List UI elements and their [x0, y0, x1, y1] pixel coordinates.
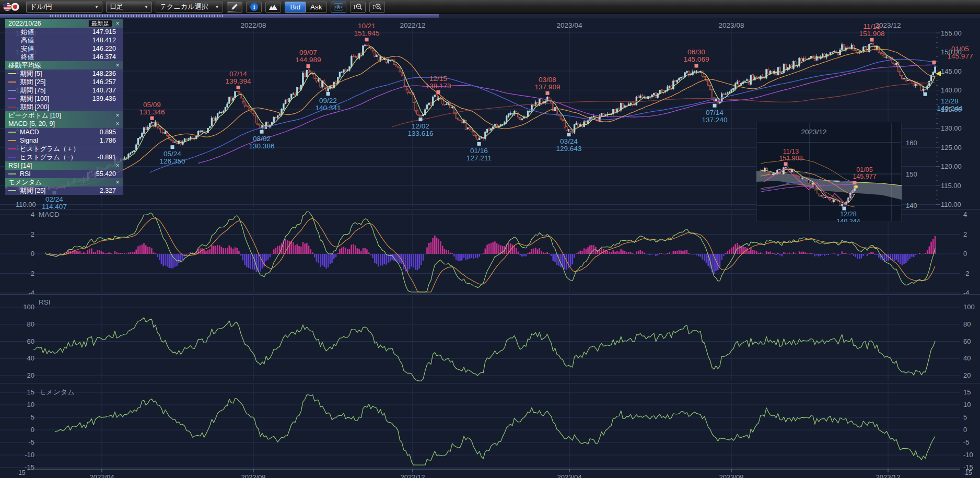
svg-text:150: 150: [906, 170, 917, 178]
inset-mini-chart[interactable]: 1601501402023/1211/13151.90801/05145.977…: [756, 122, 924, 222]
svg-text:15: 15: [27, 388, 34, 396]
series-color-swatch: [8, 98, 16, 99]
close-icon[interactable]: ×: [114, 20, 121, 27]
rsi-panel-canvas[interactable]: 1001008080606040402020RSI: [0, 294, 980, 383]
svg-text:140.244: 140.244: [937, 104, 963, 112]
close-icon[interactable]: ×: [114, 112, 121, 119]
indicator-row: 期間 [200]: [5, 103, 123, 111]
svg-text:100: 100: [23, 303, 34, 311]
svg-text:モメンタム: モメンタム: [39, 388, 75, 396]
bid-ask-toggle: Bid Ask: [285, 2, 327, 13]
svg-text:10: 10: [27, 401, 34, 409]
svg-text:05/24: 05/24: [164, 150, 181, 158]
svg-text:09/07: 09/07: [299, 49, 317, 56]
timeframe-select-value: 日足: [110, 2, 123, 11]
svg-text:06/30: 06/30: [687, 48, 705, 56]
svg-text:120.00: 120.00: [941, 162, 962, 170]
indicator-row: RSI55.420: [5, 170, 123, 178]
series-color-swatch: [8, 107, 16, 108]
svg-text:127.211: 127.211: [466, 154, 492, 162]
close-icon[interactable]: ×: [114, 162, 121, 169]
svg-text:126.350: 126.350: [160, 157, 185, 165]
us-flag-icon: [3, 3, 11, 11]
svg-text:10/21: 10/21: [358, 22, 376, 30]
close-icon[interactable]: ×: [114, 120, 121, 127]
pair-select[interactable]: ドル/円 ▼: [26, 2, 102, 13]
svg-text:-10: -10: [25, 451, 34, 459]
series-color-swatch: [8, 190, 16, 191]
svg-text:01/05: 01/05: [856, 166, 872, 173]
technical-select-button[interactable]: テクニカル選択 ▼: [156, 2, 223, 13]
chevron-down-icon: ▼: [95, 5, 99, 9]
svg-text:151.908: 151.908: [779, 155, 802, 162]
ask-button[interactable]: Ask: [306, 2, 328, 13]
chevron-down-icon: ▼: [215, 5, 219, 9]
indicator-info-panel: 2022/10/26最新足×始値147.915高値148.412安値146.22…: [5, 19, 123, 195]
momentum-panel-canvas[interactable]: 151510105500-5-5-10-10-15-15モメンタム2022/04…: [0, 383, 980, 478]
currency-pair-flags-icon: [3, 2, 22, 11]
technical-select-label: テクニカル選択: [160, 2, 208, 11]
timeframe-select[interactable]: 日足 ▼: [106, 2, 152, 13]
svg-text:151.945: 151.945: [354, 29, 380, 37]
indicator-section-header: 移動平均線×: [5, 61, 123, 69]
svg-text:80: 80: [963, 320, 971, 328]
svg-text:0: 0: [963, 250, 967, 258]
chart-scrollbar[interactable]: [0, 14, 980, 18]
svg-text:115.00: 115.00: [941, 182, 961, 190]
svg-text:155.00: 155.00: [941, 29, 962, 37]
scrollbar-thumb[interactable]: [50, 15, 225, 17]
tick-chart-button[interactable]: [331, 2, 346, 13]
svg-text:145.977: 145.977: [948, 52, 973, 60]
zoom-in-icon: [372, 3, 382, 11]
svg-text:2022/12: 2022/12: [400, 21, 426, 29]
svg-text:133.616: 133.616: [408, 130, 434, 137]
series-color-swatch: [8, 73, 16, 74]
bid-button[interactable]: Bid: [285, 2, 306, 13]
draw-tool-button[interactable]: [227, 2, 242, 13]
svg-text:100: 100: [963, 303, 975, 311]
indicator-row: MACD0.895: [5, 128, 123, 136]
indicator-section-header: モメンタム×: [5, 178, 123, 186]
crosshair-date: 2022/10/26: [8, 20, 41, 27]
svg-text:-4: -4: [963, 289, 970, 294]
svg-text:140.341: 140.341: [316, 104, 341, 112]
svg-text:40: 40: [27, 354, 34, 362]
area-chart-button[interactable]: [265, 2, 281, 13]
svg-text:2: 2: [31, 230, 34, 238]
mountain-icon: [269, 3, 278, 10]
series-color-swatch: [8, 173, 16, 174]
svg-text:-2: -2: [28, 270, 34, 277]
series-color-swatch: [8, 140, 16, 141]
indicator-section-header: RSI [14]×: [5, 161, 123, 170]
close-icon[interactable]: ×: [114, 62, 121, 69]
svg-text:03/08: 03/08: [539, 76, 556, 84]
svg-text:137.909: 137.909: [535, 83, 561, 91]
svg-text:MACD: MACD: [39, 211, 60, 218]
indicator-row: 期間 [100]139.436: [5, 95, 123, 103]
svg-text:110.00: 110.00: [941, 201, 961, 208]
svg-text:130.386: 130.386: [249, 142, 275, 150]
svg-text:2: 2: [963, 230, 967, 238]
series-color-swatch: [8, 132, 16, 133]
indicator-row: 安値146.220: [5, 44, 123, 53]
zoom-out-button[interactable]: [350, 2, 366, 13]
latest-bar-button[interactable]: 最新足: [88, 20, 113, 27]
chevron-down-icon: ▼: [144, 5, 148, 9]
svg-text:2023/12: 2023/12: [876, 473, 901, 478]
info-button[interactable]: i: [246, 2, 262, 13]
zoom-out-icon: [353, 3, 363, 11]
svg-text:15: 15: [963, 388, 971, 396]
close-icon[interactable]: ×: [114, 179, 121, 186]
indicator-row: ヒストグラム（−）-0.891: [5, 153, 123, 161]
svg-text:131.346: 131.346: [139, 108, 165, 116]
fx-chart-app: ドル/円 ▼ 日足 ▼ テクニカル選択 ▼ i Bid Ask: [0, 0, 980, 478]
info-panel-date-header: 2022/10/26最新足×: [5, 19, 123, 28]
svg-text:0: 0: [963, 426, 967, 434]
svg-text:12/02: 12/02: [412, 122, 429, 130]
series-color-swatch: [8, 90, 16, 91]
indicator-row: 期間 [5]148.236: [5, 69, 123, 78]
svg-text:145.977: 145.977: [853, 173, 876, 180]
indicator-row: Signal1.786: [5, 136, 123, 145]
zoom-in-button[interactable]: [369, 2, 385, 13]
svg-text:60: 60: [27, 337, 34, 345]
